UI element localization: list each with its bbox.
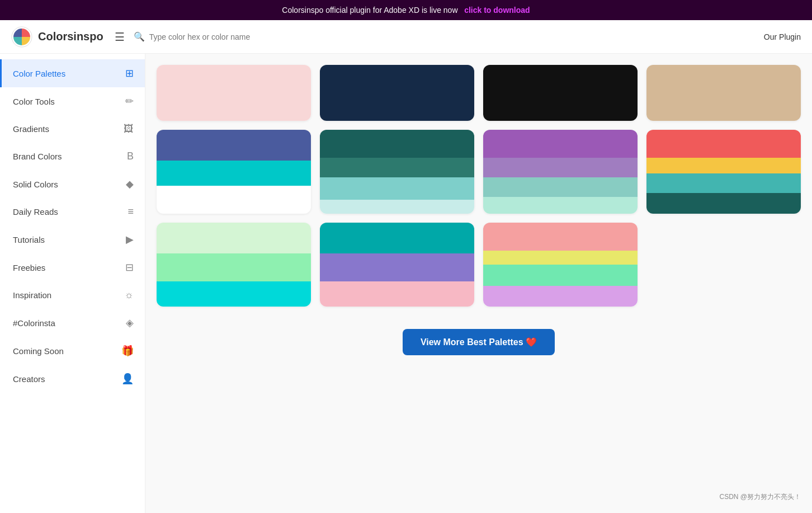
palette-card[interactable]	[483, 223, 638, 307]
color-strip	[646, 173, 801, 193]
plugin-link[interactable]: Our Plugin	[764, 32, 801, 41]
sidebar-icon-color-palettes: ⊞	[125, 67, 134, 79]
sidebar-item-brand-colors[interactable]: Brand Colors B	[0, 143, 145, 170]
sidebar-icon-gradients: 🖼	[124, 123, 134, 135]
bottom-area: View More Best Palettes ❤️	[157, 318, 801, 366]
sidebar-item-freebies[interactable]: Freebies ⊟	[0, 253, 145, 281]
sidebar-item-daily-reads[interactable]: Daily Reads ≡	[0, 198, 145, 225]
color-strip	[320, 158, 474, 177]
sidebar-item-color-tools[interactable]: Color Tools ✏	[0, 87, 145, 115]
sidebar: Color Palettes ⊞ Color Tools ✏ Gradients…	[0, 54, 145, 513]
color-strip	[483, 265, 638, 286]
sidebar-label-daily-reads: Daily Reads	[13, 207, 58, 217]
color-strip	[320, 177, 474, 200]
sidebar-icon-daily-reads: ≡	[128, 206, 134, 218]
sidebar-icon-colorinsta: ◈	[126, 317, 134, 329]
sidebar-label-freebies: Freebies	[13, 263, 45, 272]
color-strip	[483, 223, 638, 251]
sidebar-item-colorinsta[interactable]: #Colorinsta ◈	[0, 309, 145, 337]
logo-area[interactable]: Colorsinspo	[11, 26, 103, 48]
layout: Color Palettes ⊞ Color Tools ✏ Gradients…	[0, 54, 812, 513]
sidebar-icon-brand-colors: B	[127, 150, 134, 162]
color-strip	[483, 65, 638, 121]
sidebar-label-coming-soon: Coming Soon	[13, 346, 64, 356]
color-strip	[483, 197, 638, 214]
sidebar-label-colorinsta: #Colorinsta	[13, 318, 55, 328]
top-banner: Colorsinspo official plugin for Adobe XD…	[0, 0, 812, 20]
palette-card[interactable]	[646, 130, 801, 214]
color-strip	[157, 130, 311, 161]
sidebar-label-gradients: Gradients	[13, 124, 49, 134]
sidebar-item-gradients[interactable]: Gradients 🖼	[0, 115, 145, 143]
color-strip	[157, 65, 311, 121]
color-strip	[646, 158, 801, 173]
palettes-grid	[157, 65, 801, 307]
sidebar-label-inspiration: Inspiration	[13, 290, 51, 300]
header: Colorsinspo ☰ 🔍 Our Plugin	[0, 20, 812, 54]
search-icon: 🔍	[134, 31, 145, 42]
search-area: 🔍	[134, 31, 357, 42]
color-strip	[646, 193, 801, 214]
color-strip	[320, 200, 474, 214]
color-strip	[646, 65, 801, 121]
color-strip	[320, 253, 474, 281]
sidebar-label-color-tools: Color Tools	[13, 97, 55, 106]
sidebar-icon-freebies: ⊟	[125, 261, 134, 274]
sidebar-item-creators[interactable]: Creators 👤	[0, 365, 145, 393]
sidebar-label-color-palettes: Color Palettes	[13, 69, 65, 78]
search-input[interactable]	[149, 32, 357, 41]
palette-card[interactable]	[320, 65, 474, 121]
sidebar-label-tutorials: Tutorials	[13, 235, 45, 244]
sidebar-item-inspiration[interactable]: Inspiration ☼	[0, 281, 145, 309]
color-strip	[483, 130, 638, 158]
sidebar-item-coming-soon[interactable]: Coming Soon 🎁	[0, 337, 145, 365]
palette-card[interactable]	[483, 130, 638, 214]
sidebar-label-solid-colors: Solid Colors	[13, 180, 58, 189]
palette-card[interactable]	[320, 223, 474, 307]
color-strip	[483, 286, 638, 307]
color-strip	[320, 281, 474, 307]
palette-card[interactable]	[646, 65, 801, 121]
palette-card[interactable]	[157, 130, 311, 214]
color-strip	[157, 253, 311, 281]
main-content: View More Best Palettes ❤️	[145, 54, 812, 513]
color-strip	[157, 223, 311, 253]
color-strip	[157, 281, 311, 307]
palette-card[interactable]	[157, 65, 311, 121]
sidebar-icon-color-tools: ✏	[125, 95, 134, 107]
hamburger-icon[interactable]: ☰	[115, 30, 125, 44]
watermark: CSDN @努力努力不亮头！	[719, 492, 801, 502]
sidebar-icon-solid-colors: ◆	[126, 178, 134, 190]
sidebar-label-creators: Creators	[13, 374, 45, 384]
banner-link[interactable]: click to download	[464, 6, 530, 15]
color-strip	[320, 223, 474, 253]
palette-card[interactable]	[157, 223, 311, 307]
color-strip	[320, 130, 474, 158]
sidebar-icon-coming-soon: 🎁	[121, 345, 134, 357]
palette-card[interactable]	[320, 130, 474, 214]
sidebar-icon-creators: 👤	[121, 373, 134, 385]
color-strip	[483, 251, 638, 265]
sidebar-icon-tutorials: ▶	[126, 233, 134, 246]
logo-text: Colorsinspo	[38, 30, 103, 43]
sidebar-label-brand-colors: Brand Colors	[13, 152, 62, 161]
color-strip	[483, 177, 638, 197]
color-strip	[157, 161, 311, 186]
logo-icon	[11, 26, 32, 48]
sidebar-item-color-palettes[interactable]: Color Palettes ⊞	[0, 59, 145, 87]
color-strip	[320, 65, 474, 121]
banner-text: Colorsinspo official plugin for Adobe XD…	[282, 6, 457, 15]
palette-card[interactable]	[483, 65, 638, 121]
color-strip	[646, 130, 801, 158]
sidebar-icon-inspiration: ☼	[125, 289, 134, 301]
sidebar-item-tutorials[interactable]: Tutorials ▶	[0, 225, 145, 253]
sidebar-item-solid-colors[interactable]: Solid Colors ◆	[0, 170, 145, 198]
view-more-button[interactable]: View More Best Palettes ❤️	[403, 329, 555, 355]
color-strip	[483, 158, 638, 177]
